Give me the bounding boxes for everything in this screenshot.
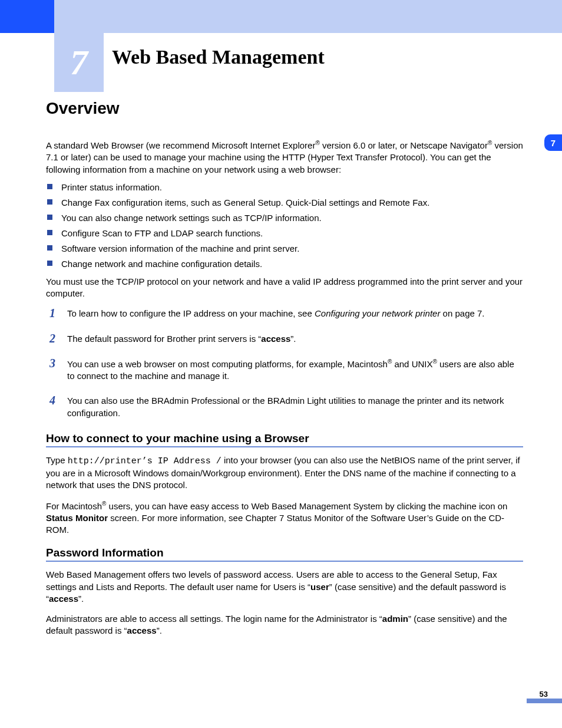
username-value: user: [310, 582, 329, 592]
admin-value: admin: [382, 614, 408, 624]
header-blue-block: [0, 0, 54, 33]
page-content: Overview A standard Web Browser (we reco…: [46, 99, 523, 641]
howto-paragraph-1: Type http://printer’s IP Address / into …: [46, 454, 523, 492]
reg-mark-icon: ®: [315, 140, 319, 146]
text: and UNIX: [392, 359, 432, 369]
password-value: access: [127, 625, 157, 635]
password-value: access: [261, 334, 290, 344]
text: The default password for Brother print s…: [67, 334, 261, 344]
chapter-title: Web Based Management: [112, 46, 325, 68]
overview-heading: Overview: [46, 99, 523, 118]
note-number: 2: [49, 331, 55, 347]
reg-mark-icon: ®: [432, 358, 437, 365]
note-number: 3: [49, 355, 55, 371]
side-chapter-tab: 7: [544, 134, 562, 151]
password-paragraph-2: Administrators are able to access all se…: [46, 613, 523, 637]
section-rule: [46, 446, 523, 447]
text: ”.: [78, 594, 84, 604]
text: A standard Web Browser (we recommend Mic…: [46, 140, 315, 150]
howto-paragraph-2: For Macintosh® users, you can have easy …: [46, 500, 523, 536]
text: You can use a web browser on most comput…: [67, 359, 388, 369]
howto-heading: How to connect to your machine using a B…: [46, 432, 523, 445]
text: ”.: [290, 334, 296, 344]
note-item: 4 You can also use the BRAdmin Professio…: [46, 395, 523, 419]
text: on page 7.: [440, 308, 484, 318]
list-item: Change Fax configuration items, such as …: [46, 196, 523, 210]
note-item: 2 The default password for Brother print…: [46, 333, 523, 345]
list-item: Software version information of the mach…: [46, 242, 523, 256]
text: Type: [46, 455, 68, 465]
cross-ref-link[interactable]: Configuring your network printer: [315, 308, 440, 318]
text: Administrators are able to access all se…: [46, 614, 382, 624]
text: ”.: [157, 625, 162, 635]
password-paragraph-1: Web Based Management offers two levels o…: [46, 569, 523, 605]
overview-after-bullets: You must use the TCP/IP protocol on your…: [46, 276, 523, 300]
page-number: 53: [540, 690, 548, 699]
overview-intro: A standard Web Browser (we recommend Mic…: [46, 139, 523, 176]
text: For Macintosh: [46, 501, 102, 511]
url-code: http://printer’s IP Address /: [68, 456, 222, 466]
note-item: 1 To learn how to configure the IP addre…: [46, 308, 523, 319]
password-value: access: [49, 594, 78, 604]
chapter-number-badge: 7: [54, 33, 104, 92]
overview-bullet-list: Printer status information. Change Fax c…: [46, 180, 523, 271]
text: To learn how to configure the IP address…: [67, 308, 315, 318]
header-banner: [0, 0, 562, 33]
list-item: You can also change network settings suc…: [46, 211, 523, 225]
text: screen. For more information, see Chapte…: [46, 513, 504, 535]
numbered-notes: 1 To learn how to configure the IP addre…: [46, 308, 523, 419]
list-item: Change network and machine configuration…: [46, 257, 523, 271]
page-number-bar: [527, 699, 562, 703]
note-item: 3 You can use a web browser on most comp…: [46, 358, 523, 383]
status-monitor-label: Status Monitor: [46, 513, 108, 523]
text: version 6.0 or later, or Netscape Naviga…: [320, 140, 488, 150]
password-heading: Password Information: [46, 546, 523, 559]
text: You can also use the BRAdmin Professiona…: [67, 396, 504, 417]
text: users, you can have easy access to Web B…: [106, 501, 507, 511]
note-number: 4: [49, 393, 55, 409]
list-item: Printer status information.: [46, 180, 523, 195]
section-rule: [46, 561, 523, 562]
note-number: 1: [49, 305, 55, 321]
list-item: Configure Scan to FTP and LDAP search fu…: [46, 226, 523, 241]
